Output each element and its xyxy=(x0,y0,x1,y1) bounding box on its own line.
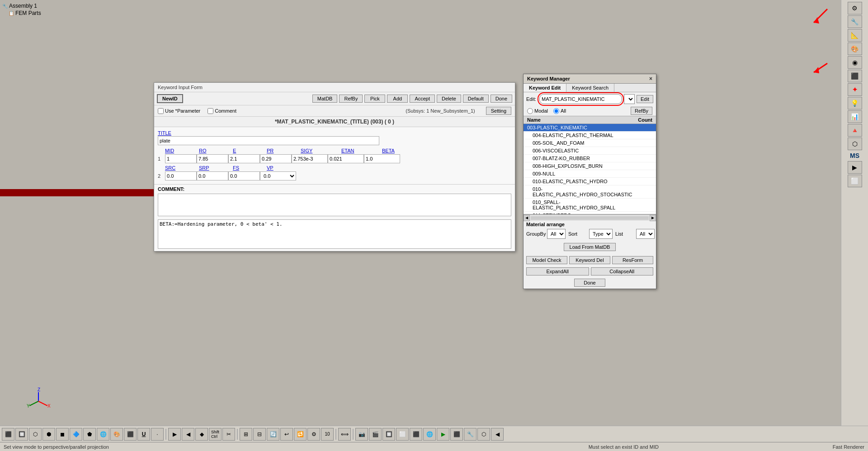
bt-icon-17[interactable]: 🔄 xyxy=(267,428,279,441)
kw-list-item[interactable]: 005-SOIL_AND_FOAM xyxy=(524,139,656,147)
delete-button[interactable]: Delete xyxy=(437,95,461,103)
bt-icon-31[interactable]: 🔧 xyxy=(464,428,476,441)
kw-list-item[interactable]: 009-NULL xyxy=(524,170,656,178)
refby-button[interactable]: RefBy xyxy=(339,95,363,103)
kw-edit-button[interactable]: Edit xyxy=(637,95,653,103)
rt-icon-4[interactable]: 🎨 xyxy=(848,43,862,55)
bt-underline[interactable]: U xyxy=(137,428,150,441)
tree-item-assembly[interactable]: 🔧 Assembly 1 xyxy=(2,2,41,9)
fs-header[interactable]: FS xyxy=(233,165,267,171)
all-radio-label[interactable]: All xyxy=(553,108,566,114)
bt-icon-14[interactable]: ✂ xyxy=(222,428,235,441)
kw-item-list[interactable]: 003-PLASTIC_KINEMATIC004-ELASTIC_PLASTIC… xyxy=(524,124,656,214)
rt-icon-9[interactable]: 📊 xyxy=(848,110,862,123)
tab-keyword-edit[interactable]: Keyword Edit xyxy=(524,84,566,92)
beta-header[interactable]: BETA xyxy=(382,148,423,153)
beta-input[interactable] xyxy=(364,154,400,163)
collapse-all-button[interactable]: CollapseAll xyxy=(591,267,654,275)
bt-icon-1[interactable]: ⬛ xyxy=(2,428,14,441)
srp-header[interactable]: SRP xyxy=(199,165,233,171)
matdb-button[interactable]: MatDB xyxy=(312,95,338,103)
bt-icon-27[interactable]: ⬛ xyxy=(410,428,422,441)
model-check-button[interactable]: Model Check xyxy=(526,256,567,264)
add-button[interactable]: Add xyxy=(387,95,408,103)
sigy-header[interactable]: SIGY xyxy=(301,148,341,153)
bt-icon-15[interactable]: ⊞ xyxy=(240,428,252,441)
rt-icon-11[interactable]: ⬡ xyxy=(848,138,862,150)
comment-textarea[interactable] xyxy=(158,194,511,216)
bt-icon-22[interactable]: ⟺ xyxy=(338,428,351,441)
bt-icon-16[interactable]: ⊟ xyxy=(253,428,266,441)
kw-list-item[interactable]: 003-PLASTIC_KINEMATIC xyxy=(524,124,656,132)
done-button[interactable]: Done xyxy=(491,95,512,103)
bt-icon-6[interactable]: 🔷 xyxy=(70,428,82,441)
newid-button[interactable]: NewID xyxy=(157,94,183,103)
bt-icon-24[interactable]: 🎬 xyxy=(369,428,382,441)
rt-icon-5[interactable]: ◉ xyxy=(848,56,862,69)
e-header[interactable]: E xyxy=(233,148,267,153)
bt-icon-11[interactable]: ▶ xyxy=(168,428,181,441)
vp-select[interactable]: 0.0 xyxy=(260,171,296,180)
accept-button[interactable]: Accept xyxy=(410,95,435,103)
src-input[interactable] xyxy=(165,171,197,180)
load-from-matdb-button[interactable]: Load From MatDB xyxy=(564,243,616,251)
rt-icon-1[interactable]: ⚙ xyxy=(848,2,862,14)
ro-header[interactable]: RO xyxy=(199,148,233,153)
bt-icon-18[interactable]: ↩ xyxy=(280,428,293,441)
kw-list-item[interactable]: 004-ELASTIC_PLASTIC_THERMAL xyxy=(524,132,656,139)
bt-icon-28[interactable]: 🌐 xyxy=(423,428,436,441)
bt-icon-32[interactable]: ⬡ xyxy=(477,428,490,441)
etan-input[interactable] xyxy=(328,154,364,163)
kw-edit-dropdown[interactable]: ▼ xyxy=(624,94,635,104)
tree-item-fem-parts[interactable]: 📋 FEM Parts xyxy=(2,9,41,17)
vp-header[interactable]: VP xyxy=(267,165,301,171)
bt-icon-20[interactable]: ⚙ xyxy=(307,428,320,441)
rt-icon-6[interactable]: ⬛ xyxy=(848,70,862,82)
kw-list-item[interactable]: 010-ELASTIC_PLASTIC_HYDRO_STOCHASTIC xyxy=(524,185,656,199)
bt-icon-26[interactable]: ⬜ xyxy=(396,428,409,441)
kw-horiz-scroll[interactable]: ◀ ▶ xyxy=(524,214,656,221)
bt-icon-12[interactable]: ◀ xyxy=(182,428,194,441)
kw-done-button[interactable]: Done xyxy=(574,279,605,287)
rt-icon-13[interactable]: ⬜ xyxy=(848,175,862,187)
bt-icon-30[interactable]: ⬛ xyxy=(450,428,463,441)
scroll-left[interactable]: ◀ xyxy=(524,215,530,221)
sigy-input[interactable] xyxy=(292,154,328,163)
rt-icon-10[interactable]: 🔺 xyxy=(848,124,862,137)
src-header[interactable]: SRC xyxy=(165,165,199,171)
bt-icon-29[interactable]: ▶ xyxy=(437,428,449,441)
bt-icon-25[interactable]: 🔲 xyxy=(382,428,395,441)
bt-icon-4[interactable]: ⬢ xyxy=(42,428,55,441)
bt-icon-23[interactable]: 📷 xyxy=(355,428,368,441)
bt-icon-21[interactable]: 10 xyxy=(321,428,334,441)
kw-list-item[interactable]: 007-BLATZ-KO_RUBBER xyxy=(524,155,656,162)
srp-input[interactable] xyxy=(197,171,228,180)
bt-icon-7[interactable]: ⬟ xyxy=(83,428,96,441)
kw-list-item[interactable]: 006-VISCOELASTIC xyxy=(524,147,656,155)
pr-header[interactable]: PR xyxy=(267,148,301,153)
bt-icon-2[interactable]: 🔲 xyxy=(15,428,28,441)
etan-header[interactable]: ETAN xyxy=(341,148,382,153)
bt-icon-9[interactable]: 🎨 xyxy=(110,428,123,441)
kw-edit-input[interactable] xyxy=(539,94,622,104)
bt-icon-13[interactable]: ◆ xyxy=(195,428,208,441)
scroll-right[interactable]: ▶ xyxy=(650,215,656,221)
bt-dot[interactable]: · xyxy=(151,428,164,441)
kw-list-item[interactable]: 010_SPALL-ELASTIC_PLASTIC_HYDRO_SPALL xyxy=(524,199,656,212)
mid-header[interactable]: MID xyxy=(165,148,199,153)
ro-input[interactable] xyxy=(197,154,228,163)
tab-keyword-search[interactable]: Keyword Search xyxy=(566,84,614,92)
res-form-button[interactable]: ResForm xyxy=(612,256,653,264)
rt-icon-7[interactable]: ✦ xyxy=(848,83,862,96)
bt-icon-10[interactable]: ⬛ xyxy=(124,428,137,441)
groupby-select[interactable]: All xyxy=(547,229,566,239)
kw-close-button[interactable]: × xyxy=(649,76,652,82)
mid-input[interactable] xyxy=(165,154,197,163)
rt-icon-2[interactable]: 🔧 xyxy=(848,15,862,28)
kw-list-item[interactable]: 010-ELASTIC_PLASTIC_HYDRO xyxy=(524,178,656,185)
e-input[interactable] xyxy=(228,154,260,163)
bt-shift-ctrl[interactable]: ShiftCtrl xyxy=(209,428,222,441)
rt-icon-8[interactable]: 💡 xyxy=(848,97,862,109)
rt-icon-12[interactable]: ▶ xyxy=(848,161,862,174)
use-parameter-check[interactable]: Use *Parameter xyxy=(158,108,200,114)
